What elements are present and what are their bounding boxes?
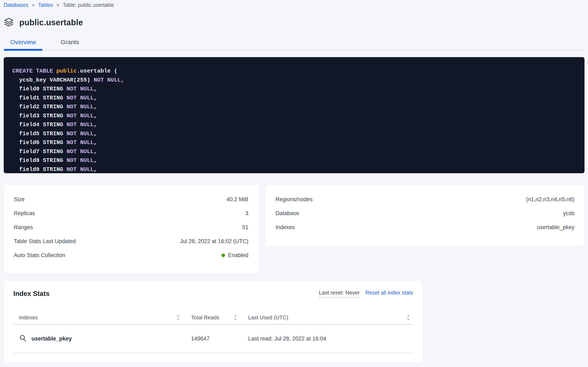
sql-keyword: NOT NULL bbox=[66, 166, 94, 173]
tab-grants[interactable]: Grants bbox=[54, 38, 86, 50]
index-stats-title: Index Stats bbox=[13, 290, 50, 298]
chevron-right-icon: > bbox=[32, 2, 35, 8]
stat-value: ycsb bbox=[563, 210, 574, 217]
sql-text: , bbox=[94, 139, 97, 146]
sort-icon[interactable] bbox=[233, 314, 237, 321]
stat-row-ranges: Ranges 51 bbox=[14, 220, 248, 234]
sql-text: field3 STRING bbox=[12, 113, 66, 119]
sql-text: , bbox=[94, 121, 97, 128]
sql-text: field2 STRING bbox=[12, 104, 66, 110]
breadcrumb: Databases > Tables > Table: public.usert… bbox=[4, 2, 585, 8]
sql-text: , bbox=[94, 95, 97, 101]
tab-overview[interactable]: Overview bbox=[4, 38, 42, 50]
sql-text: field6 STRING bbox=[12, 139, 66, 146]
last-reset-label: Last reset: Never bbox=[319, 290, 360, 298]
stat-value: Jul 28, 2022 at 16:02 (UTC) bbox=[180, 238, 248, 244]
stat-label: Size bbox=[14, 196, 25, 203]
sql-line: field2 STRING NOT NULL, bbox=[12, 102, 580, 111]
index-stats-header: Index Stats Last reset: Never Reset all … bbox=[13, 290, 413, 298]
sql-text: , bbox=[94, 166, 97, 173]
stat-value: 40.2 MiB bbox=[226, 196, 248, 203]
index-name-cell-wrap: usertable_pkey bbox=[13, 334, 186, 343]
sql-line: field1 STRING NOT NULL, bbox=[12, 93, 580, 102]
table-row: usertable_pkey 149647 Last read: Jul 28,… bbox=[13, 325, 413, 353]
stat-row-auto-stats: Auto Stats Collection Enabled bbox=[14, 248, 248, 262]
sql-text: , bbox=[94, 104, 97, 110]
sql-text: field7 STRING bbox=[12, 148, 66, 155]
sql-line: CREATE TABLE public.usertable ( bbox=[12, 67, 580, 76]
magnifier-icon bbox=[19, 334, 27, 343]
sql-line: field9 STRING NOT NULL, bbox=[12, 165, 580, 174]
sort-icon[interactable] bbox=[406, 314, 410, 321]
index-name: usertable_pkey bbox=[32, 335, 72, 342]
sort-icon[interactable] bbox=[176, 314, 180, 321]
table-layers-icon bbox=[4, 17, 14, 27]
sql-keyword: NOT NULL bbox=[94, 77, 121, 83]
sql-text: field4 STRING bbox=[12, 121, 66, 128]
sql-keyword: NOT NULL bbox=[66, 157, 94, 164]
column-header-indexes[interactable]: Indexes bbox=[13, 314, 186, 321]
breadcrumb-link-tables[interactable]: Tables bbox=[38, 2, 53, 8]
table-stats-card: Size 40.2 MiB Replicas 3 Ranges 51 Table… bbox=[4, 184, 258, 274]
column-label: Last Used (UTC) bbox=[248, 314, 288, 321]
sql-keyword: NOT NULL bbox=[66, 104, 94, 110]
sql-text: field5 STRING bbox=[12, 131, 66, 137]
stat-value: 51 bbox=[242, 224, 248, 231]
stat-row-stats-updated: Table Stats Last Updated Jul 28, 2022 at… bbox=[14, 234, 248, 248]
stat-row-database: Database ycsb bbox=[275, 206, 574, 220]
stat-row-replicas: Replicas 3 bbox=[14, 206, 248, 220]
total-reads-cell: 149647 bbox=[186, 335, 243, 342]
stat-row-regions-nodes: Regions/nodes (n1,n2,n3,n4,n5,n6) bbox=[275, 192, 574, 206]
page-title: public.usertable bbox=[19, 18, 83, 27]
stat-value: 3 bbox=[245, 210, 248, 217]
column-header-last-used[interactable]: Last Used (UTC) bbox=[243, 314, 413, 321]
sql-text: field0 STRING bbox=[12, 86, 66, 92]
sql-keyword: CREATE TABLE bbox=[12, 68, 57, 74]
index-stats-table: Indexes Total Reads bbox=[13, 311, 413, 353]
stat-label: Table Stats Last Updated bbox=[14, 238, 76, 244]
sql-line: field0 STRING NOT NULL, bbox=[12, 84, 580, 93]
sql-keyword: NOT NULL bbox=[66, 131, 94, 137]
stat-label: Regions/nodes bbox=[275, 196, 313, 203]
sql-text: , bbox=[94, 86, 97, 92]
sql-text: , bbox=[94, 148, 97, 155]
sql-text: field1 STRING bbox=[12, 95, 66, 101]
index-stats-actions: Last reset: Never Reset all index stats bbox=[319, 290, 413, 298]
reset-index-stats-link[interactable]: Reset all index stats bbox=[365, 290, 413, 296]
stat-value: (n1,n2,n3,n4,n5,n6) bbox=[526, 196, 574, 203]
sql-line: field5 STRING NOT NULL, bbox=[12, 129, 580, 138]
sql-text: , bbox=[121, 77, 124, 83]
last-used-cell: Last read: Jul 28, 2022 at 16:04 bbox=[243, 335, 413, 342]
tab-bar: Overview Grants bbox=[4, 38, 585, 50]
create-table-sql-box: CREATE TABLE public.usertable ( ycsb_key… bbox=[4, 57, 585, 173]
breadcrumb-current: Table: public.usertable bbox=[63, 2, 114, 8]
sql-text: , bbox=[94, 131, 97, 137]
sql-text: , bbox=[94, 113, 97, 119]
stat-label: Indexes bbox=[275, 224, 295, 231]
sql-text: field8 STRING bbox=[12, 157, 66, 164]
sql-line: field3 STRING NOT NULL, bbox=[12, 111, 580, 120]
stat-label: Ranges bbox=[14, 224, 33, 231]
sql-keyword: NOT NULL bbox=[66, 95, 94, 101]
stat-label: Auto Stats Collection bbox=[14, 252, 65, 259]
breadcrumb-link-databases[interactable]: Databases bbox=[4, 2, 28, 8]
sql-keyword: NOT NULL bbox=[66, 86, 94, 92]
sql-line: field6 STRING NOT NULL, bbox=[12, 138, 580, 147]
sql-text: ycsb_key VARCHAR(255) bbox=[12, 77, 94, 83]
sql-line: field7 STRING NOT NULL, bbox=[12, 147, 580, 156]
table-details-page: Databases > Tables > Table: public.usert… bbox=[0, 0, 588, 367]
sql-line: field4 STRING NOT NULL, bbox=[12, 120, 580, 129]
chevron-right-icon: > bbox=[57, 2, 59, 8]
page-title-row: public.usertable bbox=[4, 17, 585, 27]
stat-label: Database bbox=[275, 210, 299, 217]
status-text: Enabled bbox=[228, 252, 248, 259]
stat-value: Enabled bbox=[222, 252, 248, 259]
sql-text: .usertable ( bbox=[77, 68, 117, 74]
index-link[interactable]: usertable_pkey bbox=[19, 334, 186, 343]
column-header-total-reads[interactable]: Total Reads bbox=[186, 314, 243, 321]
sql-text: field9 STRING bbox=[12, 166, 66, 173]
sql-line: ycsb_key VARCHAR(255) NOT NULL, bbox=[12, 76, 580, 85]
sql-keyword: NOT NULL bbox=[66, 121, 94, 128]
status-enabled-dot-icon bbox=[222, 254, 225, 257]
column-label: Total Reads bbox=[191, 314, 219, 321]
